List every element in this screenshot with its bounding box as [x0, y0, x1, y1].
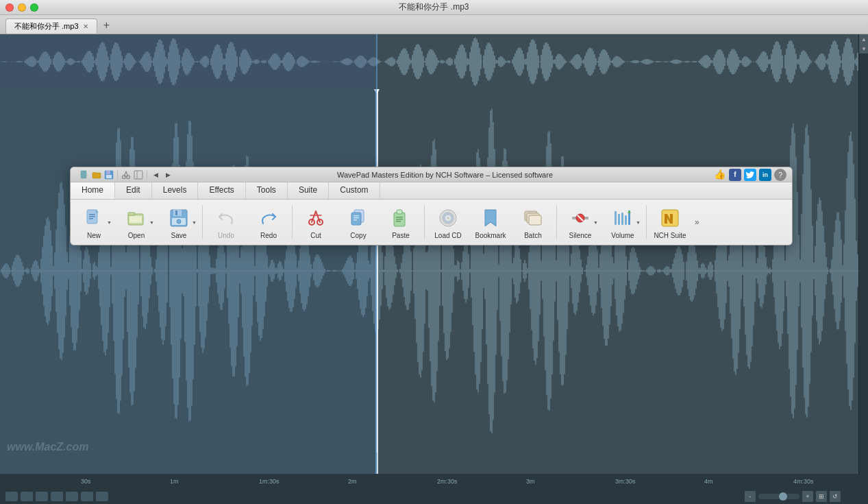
- svg-rect-55: [625, 215, 627, 225]
- tab-custom[interactable]: Custom: [329, 182, 380, 199]
- facebook-icon[interactable]: f: [729, 169, 741, 181]
- tab-edit[interactable]: Edit: [115, 182, 152, 199]
- toolbar-dialog: ◀ ▶ WavePad Masters Edition by NCH Softw…: [70, 167, 793, 245]
- btn-bookmark[interactable]: Bookmark: [470, 202, 511, 242]
- playhead: [377, 89, 378, 474]
- btn-silence[interactable]: Silence ▼: [560, 202, 601, 242]
- sep-2: [292, 205, 293, 239]
- svg-rect-33: [354, 215, 359, 217]
- minimize-button[interactable]: [18, 3, 26, 12]
- silence-dropdown-arrow[interactable]: ▼: [593, 220, 598, 225]
- open-dropdown-arrow[interactable]: ▼: [149, 220, 154, 225]
- new-tab-button[interactable]: +: [100, 19, 114, 32]
- close-button[interactable]: [5, 3, 14, 12]
- tab-effects[interactable]: Effects: [198, 182, 245, 199]
- tab-home[interactable]: Home: [71, 182, 115, 199]
- btn-volume-label: Volume: [611, 232, 634, 239]
- redo-icon: [258, 207, 280, 229]
- batch-icon: [522, 207, 544, 229]
- dialog-titlebar: ◀ ▶ WavePad Masters Edition by NCH Softw…: [71, 167, 792, 182]
- svg-rect-23: [175, 211, 177, 215]
- toolbar-new-icon[interactable]: [79, 169, 90, 180]
- btn-open[interactable]: Open ▼: [116, 202, 157, 242]
- thumbs-up-icon[interactable]: 👍: [714, 169, 726, 181]
- svg-rect-48: [529, 215, 541, 225]
- toolbar-back-icon[interactable]: ◀: [150, 169, 161, 180]
- dialog-toolbar-icons: 👍 f in ?: [714, 169, 786, 181]
- bookmark-icon: [480, 207, 501, 229]
- toolbar-forward-icon[interactable]: ▶: [162, 169, 173, 180]
- new-dropdown-arrow[interactable]: ▼: [107, 220, 112, 225]
- svg-rect-19: [128, 213, 135, 215]
- btn-batch[interactable]: Batch: [512, 202, 554, 242]
- toolbar-open-icon[interactable]: [91, 169, 102, 180]
- zoom-in-button[interactable]: +: [802, 491, 813, 502]
- svg-rect-15: [89, 214, 95, 215]
- waveform-container: www.MacZ.com 30s 1m 1m:30s 2m 2m:30s 3m …: [0, 34, 868, 489]
- btn-redo[interactable]: Redo: [248, 202, 289, 242]
- timeline: 30s 1m 1m:30s 2m 2m:30s 3m 3m:30s 4m 4m:…: [0, 474, 868, 489]
- new-icon: [83, 207, 105, 229]
- timeline-4m: 4m: [704, 478, 713, 485]
- btn-paste[interactable]: Paste: [380, 202, 421, 242]
- copy-icon: [347, 207, 369, 229]
- waveform-main[interactable]: www.MacZ.com: [0, 89, 868, 474]
- svg-rect-32: [351, 213, 361, 225]
- timeline-4m30s: 4m:30s: [793, 478, 814, 485]
- btn-batch-label: Batch: [524, 232, 542, 239]
- timeline-1m30s: 1m:30s: [259, 478, 280, 485]
- maximize-button[interactable]: [30, 3, 38, 12]
- twitter-icon[interactable]: [744, 169, 756, 181]
- tab-main[interactable]: 不能和你分手 .mp3 ✕: [5, 19, 97, 34]
- small-toolbar: ◀ ▶: [76, 168, 176, 182]
- btn-undo-label: Undo: [218, 232, 234, 239]
- sep-3: [424, 205, 425, 239]
- open-icon: [125, 207, 147, 229]
- toolbar-expand-icon[interactable]: [133, 169, 144, 180]
- tab-tools[interactable]: Tools: [246, 182, 288, 199]
- toolbar-save-icon[interactable]: [103, 169, 114, 180]
- waveform-overview[interactable]: [0, 34, 868, 89]
- btn-copy-label: Copy: [350, 232, 366, 239]
- sep-4: [556, 205, 557, 239]
- zoom-fit-button[interactable]: ⊞: [816, 491, 827, 502]
- watermark: www.MacZ.com: [7, 441, 88, 453]
- help-icon[interactable]: ?: [774, 169, 786, 181]
- btn-silence-label: Silence: [569, 232, 592, 239]
- btn-undo[interactable]: Undo: [206, 202, 247, 242]
- timeline-2m30s: 2m:30s: [437, 478, 458, 485]
- svg-rect-5: [106, 171, 110, 174]
- zoom-reset-button[interactable]: ↺: [830, 491, 841, 502]
- save-dropdown-arrow[interactable]: ▼: [192, 220, 197, 225]
- vertical-scrollbar[interactable]: ▲ ▼: [858, 34, 868, 474]
- toolbar-more-button[interactable]: »: [692, 202, 702, 242]
- tab-close-button[interactable]: ✕: [83, 23, 88, 30]
- svg-rect-54: [621, 213, 623, 225]
- tab-levels[interactable]: Levels: [152, 182, 199, 199]
- svg-rect-53: [618, 214, 620, 225]
- btn-new[interactable]: New ▼: [73, 202, 114, 242]
- svg-rect-16: [89, 216, 95, 217]
- volume-icon: [612, 207, 634, 229]
- silence-icon: [569, 207, 591, 229]
- btn-nch-suite[interactable]: NCH Suite: [649, 202, 691, 242]
- svg-rect-20: [129, 216, 142, 223]
- btn-volume[interactable]: Volume ▼: [602, 202, 643, 242]
- scroll-up-button[interactable]: ▲: [859, 34, 868, 44]
- btn-copy[interactable]: Copy: [338, 202, 379, 242]
- btn-save[interactable]: Save ▼: [158, 202, 199, 242]
- linkedin-icon[interactable]: in: [759, 169, 771, 181]
- svg-marker-57: [628, 210, 631, 213]
- btn-bookmark-label: Bookmark: [475, 232, 506, 239]
- scroll-down-button[interactable]: ▼: [859, 44, 868, 53]
- btn-cut[interactable]: Cut: [295, 202, 336, 242]
- svg-rect-3: [92, 172, 96, 173]
- zoom-out-button[interactable]: -: [745, 491, 756, 502]
- status-icons: [5, 492, 108, 501]
- btn-open-label: Open: [128, 232, 145, 239]
- volume-dropdown-arrow[interactable]: ▼: [636, 220, 641, 225]
- toolbar-cut-icon[interactable]: [121, 169, 132, 180]
- svg-rect-40: [396, 221, 401, 222]
- tab-suite[interactable]: Suite: [288, 182, 329, 199]
- btn-load-cd[interactable]: Load CD: [427, 202, 469, 242]
